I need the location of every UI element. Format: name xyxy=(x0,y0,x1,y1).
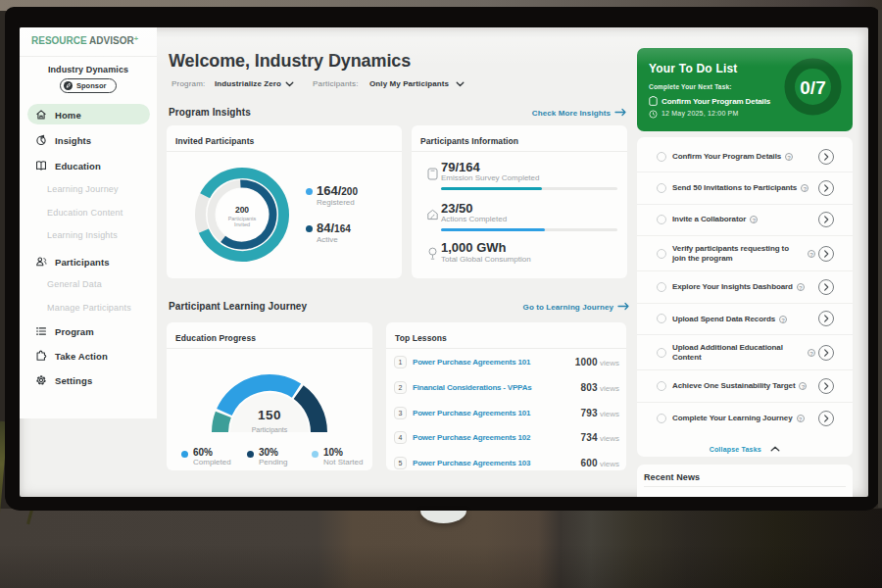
svg-text:Participants: Participants xyxy=(252,426,288,434)
svg-text:Invited: Invited xyxy=(234,221,250,227)
svg-text:0/7: 0/7 xyxy=(800,77,825,98)
svg-text:150: 150 xyxy=(258,408,281,422)
svg-text:200: 200 xyxy=(235,205,249,215)
